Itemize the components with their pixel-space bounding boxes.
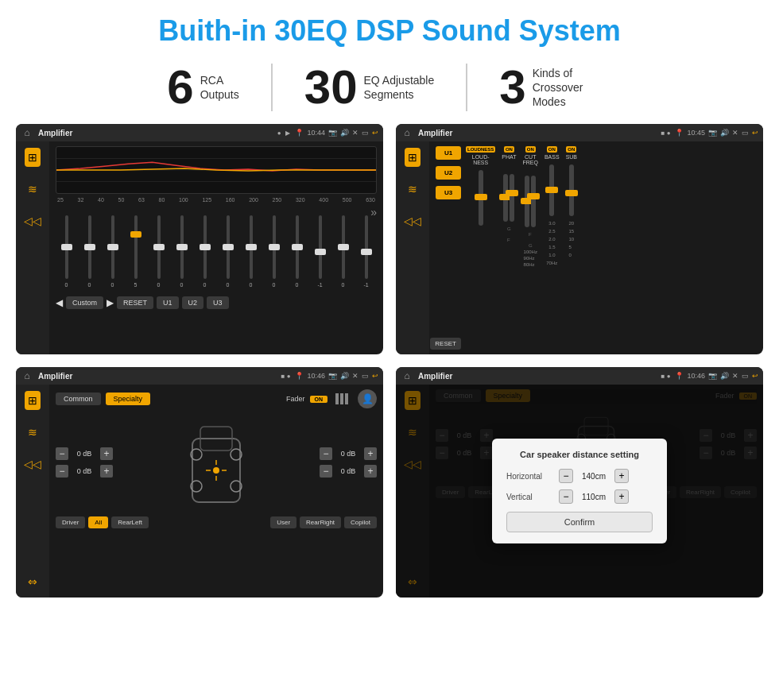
fader-avatar[interactable]: 👤 <box>358 389 377 408</box>
sidebar-eq-icon[interactable]: ⊞ <box>25 148 41 167</box>
fader-common-tab[interactable]: Common <box>56 393 101 405</box>
dialog-confirm-button[interactable]: Confirm <box>506 512 653 532</box>
eq-reset-btn[interactable]: RESET <box>117 296 153 309</box>
stat-crossover-label: Kinds ofCrossover Modes <box>533 66 612 110</box>
eq-slider-7[interactable]: 0 <box>217 206 238 293</box>
dialog-horizontal-minus[interactable]: − <box>559 469 573 483</box>
status-icons-1: 📍 10:44 📷 🔊 ✕ ▭ ↩ <box>295 129 378 137</box>
status-dot-1: ● <box>277 130 281 137</box>
car-svg <box>180 415 252 510</box>
eq-slider-5[interactable]: 0 <box>171 206 192 293</box>
amp-u2-btn[interactable]: U2 <box>436 166 461 180</box>
amp-controls-group: LOUDNESS LOUD-NESS ON PHAT <box>466 146 757 350</box>
fader-copilot-btn[interactable]: Copilot <box>344 516 377 528</box>
eq-slider-2[interactable]: 0 <box>102 206 123 293</box>
amp-cutfreq-label: CUTFREQ <box>523 154 538 165</box>
amp-cutfreq-on: ON <box>525 146 536 153</box>
fader-specialty-tab[interactable]: Specialty <box>106 393 151 405</box>
db-minus-fr[interactable]: − <box>320 447 332 460</box>
sidebar-vol-icon[interactable]: ◁◁ <box>21 211 45 230</box>
eq-slider-1[interactable]: 0 <box>79 206 100 293</box>
dialog-horizontal-plus[interactable]: + <box>614 469 629 483</box>
status-bar-1: ⌂ Amplifier ● ▶ 📍 10:44 📷 🔊 ✕ ▭ ↩ <box>16 124 383 141</box>
amp-u3-btn[interactable]: U3 <box>436 186 461 199</box>
amp-sidebar-vol-icon[interactable]: ◁◁ <box>401 211 424 230</box>
dialog-vertical-plus[interactable]: + <box>614 489 629 504</box>
db-plus-fl[interactable]: + <box>100 447 113 460</box>
eq-next-btn[interactable]: ▶ <box>107 297 114 308</box>
status-icons-3: 📍 10:46 📷 🔊 ✕ ▭ ↩ <box>295 372 378 380</box>
home-icon-3[interactable]: ⌂ <box>21 369 33 382</box>
eq-slider-3[interactable]: 5 <box>125 206 146 293</box>
fader-sidebar-wave-icon[interactable]: ≋ <box>25 423 41 442</box>
db-control-fr: − 0 dB + <box>320 447 377 460</box>
db-minus-rr[interactable]: − <box>320 465 332 478</box>
fader-rearleft-btn[interactable]: RearLeft <box>111 516 149 528</box>
sidebar-wave-icon[interactable]: ≋ <box>25 180 41 199</box>
status-bar-3: ⌂ Amplifier ■ ● 📍 10:46 📷 🔊 ✕ ▭ ↩ <box>16 367 383 385</box>
stat-rca: 6 RCAOutputs <box>135 64 272 111</box>
amp-cutfreq-slider1[interactable] <box>525 176 529 227</box>
status-title-1: Amplifier <box>38 129 273 137</box>
amp-bass-on: ON <box>547 146 557 153</box>
eq-content: ⊞ ≋ ◁◁ <box>16 141 383 354</box>
car-visual <box>119 415 313 510</box>
eq-slider-6[interactable]: 0 <box>194 206 215 293</box>
eq-slider-10[interactable]: 0 <box>286 206 308 293</box>
amp-sub: ON SUB 20151050 <box>566 146 577 350</box>
amp-sidebar-wave-icon[interactable]: ≋ <box>405 180 421 199</box>
amp-sidebar: ⊞ ≋ ◁◁ <box>396 141 429 354</box>
screen-eq: ⌂ Amplifier ● ▶ 📍 10:44 📷 🔊 ✕ ▭ ↩ ⊞ ≋ ◁◁ <box>16 124 383 354</box>
db-control-rr: − 0 dB + <box>320 465 377 478</box>
svg-point-9 <box>213 467 219 474</box>
home-icon-1[interactable]: ⌂ <box>21 126 33 139</box>
eq-slider-0[interactable]: 0 <box>56 206 77 293</box>
eq-slider-9[interactable]: 0 <box>263 206 285 293</box>
fader-driver-btn[interactable]: Driver <box>56 516 85 528</box>
fader-sidebar-vol-icon[interactable]: ◁◁ <box>21 454 45 474</box>
amp-sidebar-eq-icon[interactable]: ⊞ <box>405 148 421 167</box>
fader-content: ⊞ ≋ ◁◁ ⇔ Common Specialty Fader ON 👤 <box>16 385 383 598</box>
home-icon-4[interactable]: ⌂ <box>401 369 413 382</box>
fader-all-btn[interactable]: All <box>88 516 108 528</box>
db-minus-rl[interactable]: − <box>56 465 68 478</box>
dialog-vertical-minus[interactable]: − <box>559 489 573 504</box>
amp-u1-btn[interactable]: U1 <box>436 146 461 160</box>
db-plus-rr[interactable]: + <box>364 465 377 478</box>
eq-u3-btn[interactable]: U3 <box>207 296 229 309</box>
eq-custom-btn[interactable]: Custom <box>66 296 103 309</box>
eq-u2-btn[interactable]: U2 <box>182 296 204 309</box>
dialog-horizontal-label: Horizontal <box>506 472 554 481</box>
page-title: Buith-in 30EQ DSP Sound System <box>0 0 779 57</box>
eq-slider-12[interactable]: 0 <box>332 206 354 293</box>
amp-bass-slider[interactable] <box>549 164 554 216</box>
amp-loudness-slider[interactable] <box>479 170 483 226</box>
amp-sub-slider[interactable] <box>569 164 574 216</box>
fader-sidebar-expand-icon[interactable]: ⇔ <box>25 572 41 591</box>
stat-rca-label: RCAOutputs <box>200 73 239 102</box>
eq-slider-11[interactable]: -1 <box>309 206 331 293</box>
db-value-rr: 0 dB <box>335 467 361 475</box>
fader-top-bar: Common Specialty Fader ON 👤 <box>56 389 377 408</box>
amp-phat-slider1[interactable] <box>503 174 508 222</box>
db-minus-fl[interactable]: − <box>56 447 68 460</box>
db-plus-rl[interactable]: + <box>100 465 113 478</box>
amp-phat-slider2[interactable] <box>510 174 514 222</box>
amp-reset-btn[interactable]: RESET <box>430 338 461 350</box>
dialog-content: ⊞ ≋ ◁◁ ⇔ Common Specialty Fader ON <box>396 385 763 598</box>
eq-slider-13[interactable]: -1 <box>355 206 377 293</box>
db-plus-fr[interactable]: + <box>364 447 377 460</box>
fader-sidebar-eq-icon[interactable]: ⊞ <box>25 391 41 410</box>
home-icon-2[interactable]: ⌂ <box>401 126 413 139</box>
status-bar-4: ⌂ Amplifier ■ ● 📍 10:46 📷 🔊 ✕ ▭ ↩ <box>396 367 763 385</box>
eq-main: 2532405063 80100125160200 25032040050063… <box>49 141 383 354</box>
amp-cutfreq-slider2[interactable] <box>531 176 536 227</box>
fader-user-btn[interactable]: User <box>270 516 296 528</box>
dialog-overlay: Car speaker distance setting Horizontal … <box>396 385 763 598</box>
eq-u1-btn[interactable]: U1 <box>157 296 179 309</box>
fader-rearright-btn[interactable]: RearRight <box>300 516 341 528</box>
eq-slider-4[interactable]: 0 <box>148 206 169 293</box>
eq-slider-8[interactable]: 0 <box>240 206 262 293</box>
eq-prev-btn[interactable]: ◀ <box>56 297 63 308</box>
eq-graph-svg <box>56 147 376 193</box>
